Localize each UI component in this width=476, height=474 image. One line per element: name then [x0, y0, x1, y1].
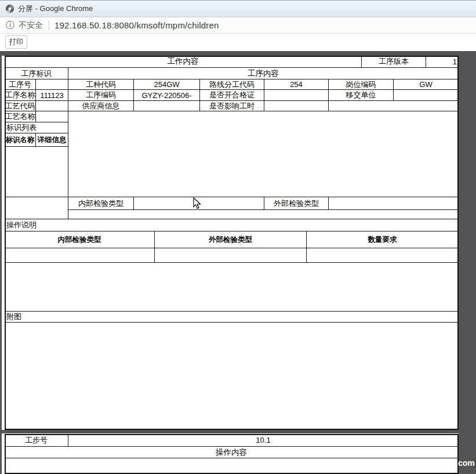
external-insp-label: 外部检验类型 [264, 197, 329, 210]
affect-hours-label: 是否影响工时 [200, 101, 264, 111]
op-content-header: 操作内容 [5, 447, 459, 458]
quantity-req-column-header: 数量要求 [307, 231, 459, 248]
proc-name-value: 111123 [36, 90, 68, 101]
mark-name-header: 标识名称 [5, 133, 36, 147]
page-toolbar: 打印 [0, 34, 476, 51]
attach-figure-label: 附图 [5, 312, 459, 323]
work-content-table: 工作内容 工序版本 1 工序标识 工序内容 工序号 工种代码 254GW 路线分… [5, 56, 459, 430]
cell-empty-merged [5, 458, 459, 474]
worktype-code-value: 254GW [134, 79, 200, 90]
cell-empty [5, 248, 155, 263]
cell-empty-merged [5, 263, 459, 312]
info-icon[interactable]: ⓘ [6, 20, 14, 31]
proc-code-value: GYZY-220506- [134, 90, 200, 101]
cell-empty-merged [5, 147, 68, 197]
cell-empty [36, 111, 68, 122]
step-no-label: 工步号 [5, 434, 68, 447]
address-bar[interactable]: ⓘ 不安全 192.168.50.18:8080/kmsoft/mpm/chil… [0, 17, 476, 34]
cell-empty [155, 248, 307, 263]
address-separator [49, 21, 49, 30]
proc-name-label: 工序名称 [5, 90, 36, 101]
open-cert-label: 是否开合格证 [200, 90, 264, 101]
craft-code-label: 工艺代码 [5, 101, 36, 111]
window-title: 分屏 - Google Chrome [18, 3, 93, 14]
mark-list-label: 标识列表 [5, 122, 68, 133]
cell-empty [307, 248, 459, 263]
url-text[interactable]: 192.168.50.18:8080/kmsoft/mpm/children [54, 20, 219, 30]
cell-empty [264, 90, 329, 101]
cell-empty [329, 197, 459, 210]
craft-name-label: 工艺名称 [5, 111, 36, 122]
proc-content-header: 工序内容 [68, 68, 459, 79]
work-content-title: 工作内容 [5, 56, 362, 68]
cell-empty [36, 101, 68, 111]
transfer-unit-label: 移交单位 [329, 90, 394, 101]
proc-no-label: 工序号 [5, 79, 36, 90]
route-code-label: 路线分工代码 [200, 79, 264, 90]
step-no-value: 10.1 [68, 434, 459, 447]
detail-info-header: 详细信息 [36, 133, 68, 147]
post-code-value: GW [394, 79, 459, 90]
window-titlebar: 分屏 - Google Chrome [0, 0, 476, 17]
worktype-code-label: 工种代码 [68, 79, 134, 90]
step-table: 工步号 10.1 操作内容 [5, 434, 459, 474]
cell-empty-merged [5, 323, 459, 430]
version-value: 1 [426, 56, 459, 68]
cell-empty-merged [68, 111, 459, 197]
not-secure-label[interactable]: 不安全 [19, 20, 43, 31]
op-desc-label: 操作说明 [5, 219, 459, 231]
watermark-text: .com [456, 458, 475, 468]
cell-empty [329, 101, 459, 111]
proc-code-label: 工序编码 [68, 90, 134, 101]
print-button[interactable]: 打印 [5, 35, 27, 49]
mouse-cursor-icon [193, 197, 202, 210]
internal-insp-column-header: 内部检验类型 [5, 231, 155, 248]
external-insp-column-header: 外部检验类型 [155, 231, 307, 248]
post-code-label: 岗位编码 [329, 79, 394, 90]
route-code-value: 254 [264, 79, 329, 90]
document-viewport: 工作内容 工序版本 1 工序标识 工序内容 工序号 工种代码 254GW 路线分… [0, 51, 476, 474]
chrome-icon [5, 4, 14, 13]
sheet-1: 工作内容 工序版本 1 工序标识 工序内容 工序号 工种代码 254GW 路线分… [2, 56, 459, 430]
cell-empty-merged [68, 210, 459, 219]
internal-insp-label: 内部检验类型 [68, 197, 134, 210]
cell-empty [36, 79, 68, 90]
mark-id-header: 工序标识 [5, 68, 68, 79]
browser-window: 分屏 - Google Chrome ⓘ 不安全 192.168.50.18:8… [0, 0, 476, 474]
cell-empty [394, 90, 459, 101]
cell-empty [134, 101, 200, 111]
cell-empty-merged [5, 197, 68, 219]
sheet-2: 工步号 10.1 操作内容 [2, 433, 459, 474]
version-label: 工序版本 [362, 56, 426, 68]
supplier-info-label: 供应商信息 [68, 101, 134, 111]
cell-empty [264, 101, 329, 111]
